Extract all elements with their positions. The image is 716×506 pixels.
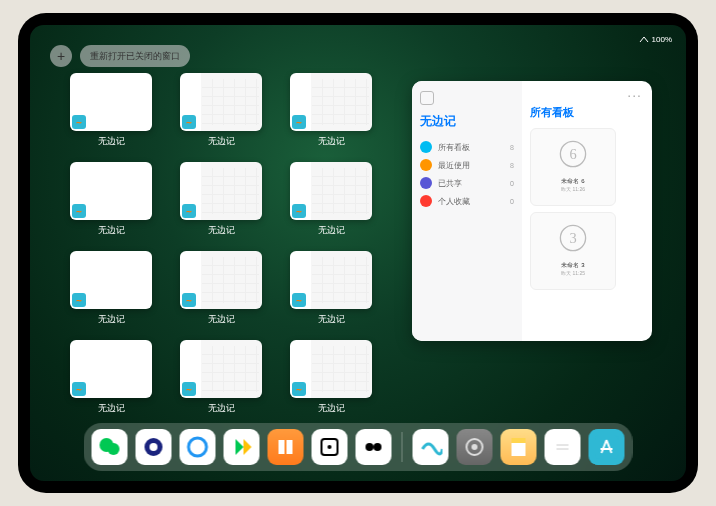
- freeform-main-window[interactable]: ··· 无边记 所有看板8最近使用8已共享0个人收藏0 所有看板 6未命名 6昨…: [412, 81, 652, 341]
- window-thumbnail[interactable]: 无边记: [70, 251, 152, 326]
- svg-text:3: 3: [569, 230, 576, 246]
- freeform-icon: [182, 204, 196, 218]
- svg-point-15: [366, 443, 374, 451]
- window-thumbnail[interactable]: 无边记: [290, 251, 372, 326]
- thumbnail-label: 无边记: [318, 313, 345, 326]
- boards-panel: 所有看板 6未命名 6昨天 11:263未命名 3昨天 11:25: [522, 81, 652, 341]
- count-badge: 0: [510, 198, 514, 205]
- svg-marker-9: [236, 439, 244, 455]
- sidebar: 无边记 所有看板8最近使用8已共享0个人收藏0: [412, 81, 522, 341]
- count-badge: 8: [510, 144, 514, 151]
- sidebar-item-label: 已共享: [438, 178, 462, 189]
- thumbnail-label: 无边记: [318, 135, 345, 148]
- top-buttons: + 重新打开已关闭的窗口: [50, 45, 190, 67]
- svg-rect-24: [595, 435, 619, 459]
- thumbnail-label: 无边记: [318, 224, 345, 237]
- thumbnail-preview: [70, 251, 152, 309]
- ipad-frame: 100% + 重新打开已关闭的窗口 无边记无边记无边记无边记无边记无边记无边记无…: [18, 13, 698, 493]
- notes-icon[interactable]: [545, 429, 581, 465]
- thumbnail-label: 无边记: [208, 224, 235, 237]
- sidebar-item-label: 所有看板: [438, 142, 470, 153]
- settings-icon[interactable]: [457, 429, 493, 465]
- thumbnail-preview: [70, 340, 152, 398]
- window-thumbnail[interactable]: 无边记: [70, 340, 152, 415]
- board-scribble: 3: [554, 219, 592, 257]
- thumbnail-preview: [180, 162, 262, 220]
- freeform-icon: [182, 382, 196, 396]
- thumbnail-label: 无边记: [318, 402, 345, 415]
- svg-rect-21: [555, 439, 571, 455]
- thumbnail-label: 无边记: [208, 402, 235, 415]
- svg-point-18: [472, 444, 478, 450]
- window-thumbnail[interactable]: 无边记: [180, 340, 262, 415]
- window-thumbnail[interactable]: 无边记: [70, 73, 152, 148]
- board-card[interactable]: 3未命名 3昨天 11:25: [530, 212, 616, 290]
- svg-rect-20: [512, 438, 526, 443]
- window-thumbnail[interactable]: 无边记: [180, 251, 262, 326]
- windows-area: 无边记无边记无边记无边记无边记无边记无边记无边记无边记无边记无边记无边记 ···…: [70, 73, 646, 415]
- sidebar-item-label: 个人收藏: [438, 196, 470, 207]
- board-name: 未命名 6: [561, 177, 584, 186]
- dice-icon[interactable]: [312, 429, 348, 465]
- board-scribble: 6: [554, 135, 592, 173]
- thumbnail-label: 无边记: [208, 135, 235, 148]
- thumbnail-preview: [180, 340, 262, 398]
- category-icon: [420, 159, 432, 171]
- svg-point-16: [374, 443, 382, 451]
- svg-point-5: [108, 443, 120, 455]
- sidebar-item[interactable]: 个人收藏0: [420, 192, 514, 210]
- board-card[interactable]: 6未命名 6昨天 11:26: [530, 128, 616, 206]
- sidebar-item[interactable]: 已共享0: [420, 174, 514, 192]
- window-thumbnail[interactable]: 无边记: [70, 162, 152, 237]
- freeform-icon[interactable]: [413, 429, 449, 465]
- screen: 100% + 重新打开已关闭的窗口 无边记无边记无边记无边记无边记无边记无边记无…: [30, 25, 686, 481]
- pages-icon[interactable]: [501, 429, 537, 465]
- books-icon[interactable]: [268, 429, 304, 465]
- appstore-icon[interactable]: [589, 429, 625, 465]
- thumbnail-preview: [70, 162, 152, 220]
- freeform-icon: [72, 382, 86, 396]
- freeform-icon: [72, 204, 86, 218]
- svg-rect-12: [287, 440, 293, 454]
- window-thumbnail[interactable]: 无边记: [290, 73, 372, 148]
- thumbnail-label: 无边记: [98, 224, 125, 237]
- category-icon: [420, 141, 432, 153]
- qq-icon[interactable]: [136, 429, 172, 465]
- status-right: 100%: [639, 35, 672, 44]
- svg-point-14: [328, 445, 332, 449]
- new-window-button[interactable]: +: [50, 45, 72, 67]
- sidebar-item[interactable]: 最近使用8: [420, 156, 514, 174]
- thumbnail-preview: [290, 340, 372, 398]
- wechat-icon[interactable]: [92, 429, 128, 465]
- app-title: 无边记: [420, 113, 514, 130]
- window-thumbnail[interactable]: 无边记: [290, 340, 372, 415]
- thumbnail-label: 无边记: [208, 313, 235, 326]
- browser-icon[interactable]: [180, 429, 216, 465]
- thumbnail-preview: [290, 73, 372, 131]
- freeform-icon: [72, 115, 86, 129]
- freeform-icon: [72, 293, 86, 307]
- svg-rect-11: [279, 440, 285, 454]
- window-thumbnail[interactable]: 无边记: [290, 162, 372, 237]
- category-icon: [420, 177, 432, 189]
- sidebar-toggle-icon[interactable]: [420, 91, 434, 105]
- freeform-icon: [292, 204, 306, 218]
- board-timestamp: 昨天 11:25: [561, 270, 585, 276]
- freeform-icon: [292, 115, 306, 129]
- play-icon[interactable]: [224, 429, 260, 465]
- more-icon[interactable]: ···: [627, 87, 642, 103]
- window-thumbnail[interactable]: 无边记: [180, 73, 262, 148]
- window-thumbnail[interactable]: 无边记: [180, 162, 262, 237]
- thumbnail-label: 无边记: [98, 313, 125, 326]
- svg-point-7: [150, 443, 158, 451]
- freeform-icon: [182, 115, 196, 129]
- thumbnail-preview: [290, 162, 372, 220]
- count-badge: 0: [510, 180, 514, 187]
- board-timestamp: 昨天 11:26: [561, 186, 585, 192]
- sidebar-item[interactable]: 所有看板8: [420, 138, 514, 156]
- round-icon[interactable]: [356, 429, 392, 465]
- thumbnail-label: 无边记: [98, 135, 125, 148]
- reopen-closed-button[interactable]: 重新打开已关闭的窗口: [80, 45, 190, 67]
- freeform-icon: [182, 293, 196, 307]
- thumbnail-preview: [70, 73, 152, 131]
